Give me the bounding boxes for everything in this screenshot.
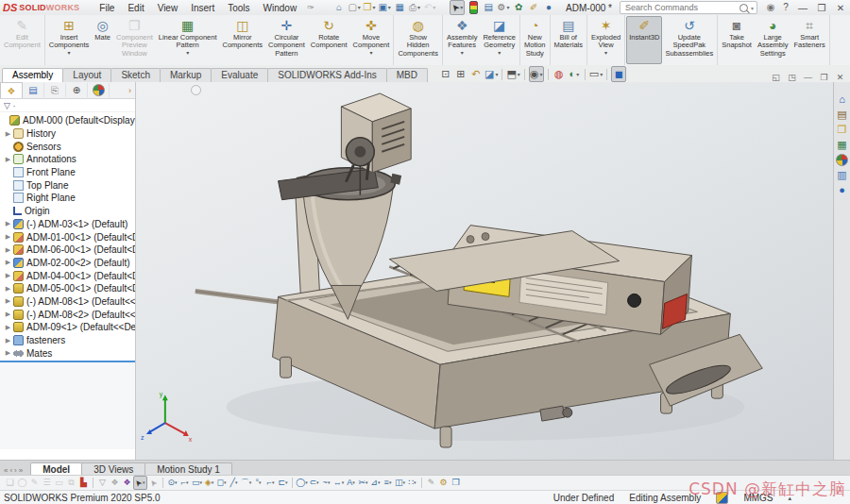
expand-arrow-icon[interactable]: ▶ [4, 337, 12, 344]
menu-tools[interactable]: Tools [221, 3, 256, 13]
tab-sketch[interactable]: Sketch [110, 68, 161, 82]
tree-item[interactable]: Right Plane [0, 192, 135, 205]
dropdown-caret-icon[interactable]: ▾ [389, 480, 392, 485]
home-taskpane-icon[interactable]: ⌂ [836, 92, 849, 106]
tree-item[interactable]: ▶ADM-01-00<1> (Default<Display [0, 230, 135, 244]
featuremanager-tab[interactable]: ❖ [0, 82, 23, 98]
color-chart-icon[interactable]: ▙ [77, 477, 90, 489]
dropdown-caret-icon[interactable]: ▾ [272, 480, 275, 485]
dropdown-caret-icon[interactable]: ▾ [175, 480, 178, 485]
open-icon[interactable]: ❐▾ [363, 1, 376, 14]
pattern-icon[interactable]: ∷▾ [406, 477, 418, 489]
zoom-to-fit-icon[interactable]: ⊡ [439, 67, 452, 81]
tree-item[interactable]: ▶(-) ADM-08<1> (Default<<Defaul [0, 295, 135, 309]
rebuild-traffic-light-icon[interactable] [467, 1, 480, 14]
circular-component-pattern-button[interactable]: ✛Circular Component Pattern [265, 16, 308, 64]
show-hidden-components-button[interactable]: ◍Show Hidden Components [395, 16, 441, 64]
expand-arrow-icon[interactable]: ▶ [4, 156, 12, 163]
expand-arrow-icon[interactable]: ▶ [4, 246, 12, 254]
mate-button[interactable]: ◎Mate [92, 16, 113, 64]
doc-close-button[interactable]: ✕ [832, 73, 848, 82]
update-speedpak-button[interactable]: ↺Update SpeedPak Subassemblies [662, 16, 716, 64]
tree-item[interactable]: ▶(-) ADM-08<2> (Default<<Defaul [0, 308, 135, 321]
units-selector[interactable]: MMGS [743, 493, 773, 503]
dropdown-caret-icon[interactable]: ▾ [378, 480, 381, 485]
corner2-sketch-icon[interactable]: ⌐▾ [264, 477, 277, 489]
dropdown-caret-icon[interactable]: ▾ [366, 480, 368, 485]
tab-solidworks-add-ins[interactable]: SOLIDWORKS Add-Ins [267, 68, 386, 82]
assembly-features-button[interactable]: ❖Assembly Features▾ [444, 16, 481, 64]
tree-item[interactable]: Front Plane [0, 166, 135, 179]
filter-icon[interactable]: ▽ [96, 477, 109, 489]
sketch-icon[interactable]: ✎ [425, 477, 437, 489]
menu-insert[interactable]: Insert [184, 3, 221, 13]
dropdown-caret-icon[interactable]: ▾ [200, 480, 203, 485]
take-snapshot-button[interactable]: ◙Take Snapshot [719, 16, 755, 64]
view-settings-icon[interactable]: ▭▾ [589, 67, 603, 81]
dropdown-caret-icon[interactable]: ▾ [495, 72, 498, 77]
ellipse-sketch-icon[interactable]: ◯▾ [296, 477, 308, 489]
offset-icon[interactable]: ≡▾ [382, 477, 394, 489]
dropdown-caret-icon[interactable]: ▾ [358, 5, 361, 10]
pin-icon[interactable]: ✑ [304, 1, 317, 14]
displaymanager-tab[interactable] [88, 83, 110, 97]
expand-arrow-icon[interactable]: ▶ [4, 233, 12, 241]
box-sketch-icon[interactable]: ◻▾ [215, 477, 228, 489]
doc-minimize-button[interactable]: — [800, 73, 816, 82]
tree-item[interactable]: ▶ADM-09<1> (Default<<Default>_ [0, 321, 135, 334]
dropdown-caret-icon[interactable]: ▾ [600, 72, 603, 77]
linear-component-pattern-button[interactable]: ▦Linear Component Pattern▾ [156, 16, 220, 64]
zoom-to-area-icon[interactable]: ⊞ [454, 67, 468, 81]
dropdown-caret-icon[interactable]: ▾ [373, 5, 376, 10]
dropdown-caret-icon[interactable]: ▾ [68, 51, 71, 56]
dropdown-caret-icon[interactable]: ▾ [285, 480, 288, 485]
point2-sketch-icon[interactable]: °▾ [252, 477, 264, 489]
note-tool-icon[interactable]: ❑ [4, 477, 16, 489]
mirror-components-button[interactable]: ◫Mirror Components [220, 16, 266, 64]
move-component-button[interactable]: ✜Move Component▾ [350, 16, 393, 64]
doc-tab-motion-study-1[interactable]: Motion Study 1 [144, 462, 232, 476]
pane-right-icon[interactable]: ◳ [784, 73, 800, 82]
attach-tool-icon[interactable]: ⧉ [65, 477, 77, 489]
dropdown-caret-icon[interactable]: ▾ [417, 5, 420, 10]
edit-appearance-icon[interactable]: ◍ [552, 67, 566, 81]
select-cursor-icon[interactable]: ➤▾ [133, 476, 147, 490]
expand-arrow-icon[interactable]: ▶ [4, 130, 12, 138]
dimension-icon[interactable]: ↔▾ [332, 477, 345, 489]
file-explorer-icon[interactable]: ❐ [836, 123, 849, 136]
tree-item[interactable]: ADM-000 (Default<Display State-1>) [0, 114, 135, 127]
tree-item[interactable]: ▶(-) ADM-03<1> (Default) [0, 218, 135, 231]
graphics-viewport[interactable]: y x z [136, 82, 833, 460]
expand-arrow-icon[interactable]: ▶ [4, 311, 12, 318]
frame-tool-icon[interactable]: ▭ [53, 477, 65, 489]
print-icon[interactable]: ⎙▾ [408, 1, 421, 14]
save-icon[interactable]: ▣▾ [378, 1, 391, 14]
rotate-component-button[interactable]: ↻Rotate Component [308, 16, 350, 64]
insert-components-button[interactable]: ⊞Insert Components▾ [46, 16, 93, 64]
dropdown-caret-icon[interactable]: ▾ [414, 480, 416, 485]
trim-icon[interactable]: ✂▾ [357, 477, 369, 489]
configurationmanager-tab[interactable]: ⎘ [44, 83, 66, 97]
publish-icon[interactable]: ▦ [393, 1, 406, 14]
forum-icon[interactable]: ● [836, 183, 849, 196]
login-icon[interactable]: ◉ [764, 1, 777, 14]
section-view-icon[interactable]: ◪▾ [484, 67, 498, 81]
panel-collapse-handle[interactable] [191, 85, 201, 95]
rotate-cube-icon[interactable]: ◼ [611, 66, 626, 82]
expand-arrow-icon[interactable]: ▶ [4, 272, 12, 279]
dropdown-caret-icon[interactable]: ▾ [461, 51, 464, 56]
exploded-view-button[interactable]: ✶Exploded View▾ [588, 16, 623, 64]
tree-item[interactable]: ▶ADM-02-00<2> (Default) [0, 257, 135, 270]
expand-arrow-icon[interactable]: ▶ [4, 220, 12, 227]
glove-icon[interactable]: ❖ [109, 477, 121, 489]
menu-edit[interactable]: Edit [121, 3, 150, 13]
rect-sketch-icon[interactable]: ▭▾ [191, 477, 203, 489]
arc-sketch-icon[interactable]: ⌒▾ [240, 477, 252, 489]
dropdown-caret-icon[interactable]: ▾ [259, 480, 262, 485]
dropdown-caret-icon[interactable]: ▾ [388, 5, 391, 10]
dropdown-caret-icon[interactable]: ▾ [433, 5, 435, 10]
undo-icon[interactable]: ↶▾ [423, 1, 436, 14]
tree-item[interactable]: ▶ADM-06-00<1> (Default<Display [0, 244, 135, 257]
dropdown-caret-icon[interactable]: ▾ [507, 5, 510, 10]
bill-of-materials-button[interactable]: ▤Bill of Materials [552, 16, 586, 64]
